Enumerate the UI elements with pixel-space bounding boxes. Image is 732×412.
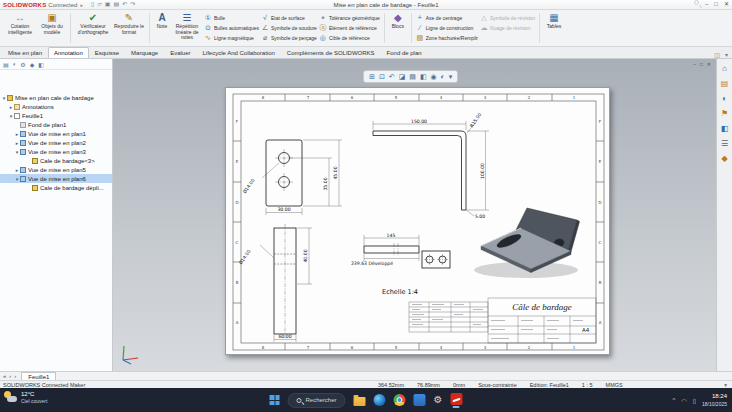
dropdown-arrow-icon[interactable]: ▾: [449, 71, 453, 83]
tab-mise-en-plan[interactable]: Mise en plan: [2, 47, 48, 58]
tab-complements[interactable]: Compléments de SOLIDWORKS: [281, 47, 381, 58]
tree-item-vue1[interactable]: ▸ Vue de mise en plan1: [0, 129, 112, 138]
tree-item-vue3[interactable]: ▾ Vue de mise en plan3: [0, 147, 112, 156]
view-isometric[interactable]: [474, 208, 580, 278]
clock[interactable]: 18:24 18/10/2025: [702, 393, 727, 406]
tree-item-annotations[interactable]: ▸ Annotations: [0, 102, 112, 111]
propertymanager-tab-icon[interactable]: ◐: [13, 61, 17, 68]
displaymanager-tab-icon[interactable]: ◧: [38, 61, 44, 68]
revision-cloud-button[interactable]: ☁ Nuage de révision: [480, 23, 535, 33]
title-block[interactable]: Câle de bardage A4: [488, 298, 596, 343]
drawing-sheet[interactable]: 8 7 6 5 4 3 2 1 8 7 6 5 4 3 2: [225, 87, 610, 355]
open-icon[interactable]: ▱: [97, 0, 102, 9]
tab-annotation[interactable]: Annotation: [48, 47, 89, 58]
tab-esquisse[interactable]: Esquisse: [89, 47, 125, 58]
model-items-button[interactable]: ▣ Objets du modèle: [37, 11, 67, 45]
home-icon[interactable]: ⌂: [722, 64, 727, 73]
close-button[interactable]: ✕: [724, 0, 729, 9]
tray-chevron-icon[interactable]: ^: [673, 397, 676, 403]
surface-finish-button[interactable]: √ Etat de surface: [261, 13, 317, 23]
view-profile[interactable]: 150.00 R15.00 100.00 5.00: [373, 112, 489, 219]
previous-view-icon[interactable]: ↶: [389, 71, 395, 83]
dim-40[interactable]: 40.00: [303, 249, 308, 262]
battery-icon[interactable]: ▯: [693, 397, 696, 404]
wifi-icon[interactable]: ◠: [681, 397, 686, 404]
geometric-tolerance-button[interactable]: ⌖ Tolérance géométrique: [319, 13, 380, 23]
dim-5[interactable]: 5.00: [475, 214, 485, 219]
file-explorer-icon[interactable]: ◐: [722, 94, 727, 103]
tree-item-fond-de-plan1[interactable]: Fond de plan1: [0, 120, 112, 129]
start-button[interactable]: [270, 395, 280, 405]
note-button[interactable]: A Note: [153, 11, 171, 45]
tree-item-vue2[interactable]: ▸ Vue de mise en plan2: [0, 138, 112, 147]
configurationmanager-tab-icon[interactable]: ⚙: [20, 61, 25, 68]
previous-sheet-icon[interactable]: ‹: [9, 373, 11, 379]
auto-balloon-button[interactable]: ⊙ Bulles automatiques: [204, 23, 259, 33]
view-front[interactable]: Ø14.00 45.00 35.00 30.00: [242, 140, 342, 215]
featuremanager-tab-icon[interactable]: ▤: [3, 61, 9, 68]
weather-widget[interactable]: 12°C Ciel couvert: [4, 391, 47, 404]
appearances-icon[interactable]: ◧: [721, 124, 729, 133]
zoom-fit-icon[interactable]: ⊞: [369, 71, 375, 83]
view-side[interactable]: Ø14.00 40.00 60.00: [238, 224, 312, 342]
tree-item-vue6[interactable]: ▾ Vue de mise en plan6: [0, 174, 112, 183]
dim-145[interactable]: 145: [387, 233, 396, 238]
scale-note[interactable]: Echelle 1:4: [382, 288, 418, 296]
sheet-tab-feuille1[interactable]: Feuille1: [21, 372, 56, 380]
redo-icon[interactable]: ↷: [130, 0, 135, 9]
view-orientation-icon[interactable]: ▤: [409, 71, 416, 83]
custom-properties-icon[interactable]: ☰: [721, 139, 728, 148]
construction-line-button[interactable]: ∕ Ligne de construction: [416, 23, 478, 33]
doc-restore-icon[interactable]: □: [700, 61, 703, 67]
edge-button[interactable]: [374, 394, 386, 406]
doc-minimize-icon[interactable]: –: [693, 61, 696, 67]
dim-hole-side[interactable]: Ø14.00: [238, 249, 252, 266]
ribbon-collapse-icon[interactable]: ▾: [725, 51, 728, 58]
minimize-button[interactable]: –: [705, 0, 708, 9]
dim-150[interactable]: 150.00: [411, 119, 427, 124]
doc-close-icon[interactable]: ✕: [707, 61, 711, 67]
datum-target-button[interactable]: ◎ Cible de référence: [319, 33, 380, 43]
datum-feature-button[interactable]: Ⓐ Elément de référence: [319, 23, 380, 33]
tab-evaluer[interactable]: Evaluer: [164, 47, 196, 58]
section-view-icon[interactable]: ◪: [399, 71, 406, 83]
search-icon[interactable]: [694, 0, 699, 5]
hole-callout-button[interactable]: ⌀ Symbole de perçage: [261, 33, 317, 43]
print-icon[interactable]: ▤: [114, 0, 120, 9]
format-painter-button[interactable]: ✎ Reproduire le format: [112, 11, 146, 45]
magnetic-line-button[interactable]: ∿ Ligne magnétique: [204, 33, 259, 43]
view-flat-pattern[interactable]: 145 239.63 Développé: [351, 233, 450, 269]
tab-marquage[interactable]: Marquage: [125, 47, 164, 58]
undo-icon[interactable]: ↶: [122, 0, 127, 9]
store-button[interactable]: [414, 394, 426, 406]
weld-symbol-button[interactable]: ∠ Symbole de soudure: [261, 23, 317, 33]
tab-fond-de-plan[interactable]: Fond de plan: [381, 47, 428, 58]
solidworks-taskbar-button[interactable]: [450, 393, 462, 408]
maximize-button[interactable]: □: [714, 0, 718, 9]
save-icon[interactable]: ▣: [105, 0, 111, 9]
taskbar-search[interactable]: Rechercher: [288, 393, 346, 408]
menu-arrow-icon[interactable]: ▸: [80, 2, 83, 8]
tables-button[interactable]: ▦ Tables: [543, 11, 565, 45]
smart-dimension-button[interactable]: ↔ Cotation intelligente: [3, 11, 37, 45]
dim-35[interactable]: 35.00: [323, 177, 328, 190]
spell-checker-button[interactable]: ✔ Vérificateur d'orthographe: [74, 11, 112, 45]
new-document-icon[interactable]: ▯: [91, 0, 94, 9]
area-hatch-button[interactable]: ▨ Zone hachurée/Remplir: [416, 33, 478, 43]
next-sheet-icon[interactable]: ›: [14, 373, 16, 379]
appearance-icon[interactable]: ◐: [441, 71, 445, 83]
tab-lifecycle[interactable]: Lifecycle And Collaboration: [196, 47, 280, 58]
tree-item-cale-de-bardage-3[interactable]: Cale de bardage<3>: [0, 156, 112, 165]
first-sheet-icon[interactable]: «: [3, 373, 6, 379]
pane-layout-icon[interactable]: ◫: [714, 51, 720, 58]
dim-r15[interactable]: R15.00: [469, 112, 483, 128]
dim-hole-front[interactable]: Ø14.00: [242, 178, 256, 195]
graphics-area[interactable]: ⊞ ⊡ ↶ ◪ ▤ ◧ ◉ ◐ ▾ – □ ✕: [113, 59, 716, 371]
dimxpert-tab-icon[interactable]: ◆: [30, 61, 35, 68]
dim-100[interactable]: 100.00: [480, 163, 485, 179]
dim-30[interactable]: 30.00: [277, 207, 290, 212]
hide-show-items-icon[interactable]: ◉: [431, 71, 437, 83]
centerline-mark-button[interactable]: + Axe de centrage: [416, 13, 478, 23]
tree-item-cale-de-bardage-deplie[interactable]: Cale de bardage dépli...: [0, 183, 112, 192]
view-palette-icon[interactable]: ⚑: [721, 109, 728, 118]
